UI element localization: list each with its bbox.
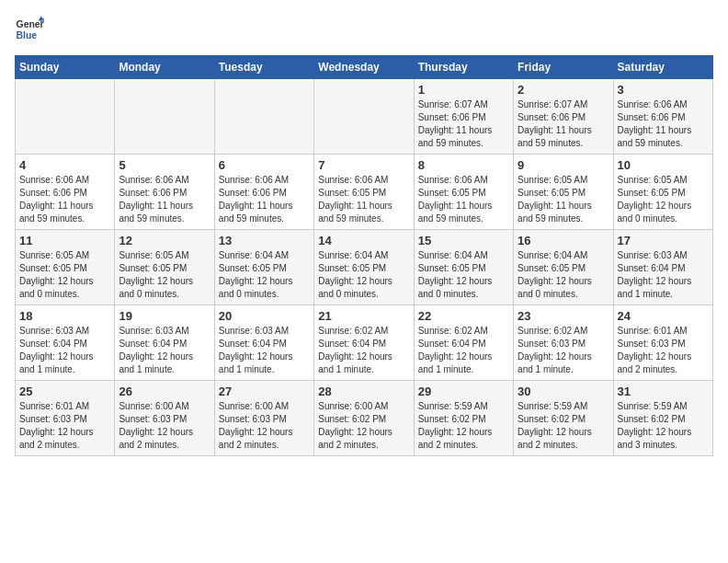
calendar-cell: 27Sunrise: 6:00 AMSunset: 6:03 PMDayligh… — [214, 381, 313, 456]
day-number: 23 — [518, 309, 609, 323]
week-row-4: 18Sunrise: 6:03 AMSunset: 6:04 PMDayligh… — [16, 305, 713, 381]
day-number: 3 — [618, 83, 709, 97]
cell-content: Sunrise: 6:06 AMSunset: 6:05 PMDaylight:… — [418, 174, 509, 225]
day-number: 27 — [219, 385, 310, 398]
calendar-cell: 7Sunrise: 6:06 AMSunset: 6:05 PMDaylight… — [314, 155, 414, 230]
day-number: 20 — [219, 309, 310, 323]
cell-content: Sunrise: 6:07 AMSunset: 6:06 PMDaylight:… — [518, 98, 609, 150]
calendar-cell: 28Sunrise: 6:00 AMSunset: 6:02 PMDayligh… — [314, 381, 414, 456]
day-header-thursday: Thursday — [414, 56, 513, 79]
day-number: 30 — [518, 385, 609, 398]
day-number: 21 — [318, 309, 409, 323]
cell-content: Sunrise: 6:05 AMSunset: 6:05 PMDaylight:… — [618, 174, 709, 225]
calendar-cell: 19Sunrise: 6:03 AMSunset: 6:04 PMDayligh… — [115, 305, 214, 381]
calendar-cell: 5Sunrise: 6:06 AMSunset: 6:06 PMDaylight… — [115, 155, 214, 230]
day-number: 19 — [119, 309, 210, 323]
cell-content: Sunrise: 6:03 AMSunset: 6:04 PMDaylight:… — [119, 325, 210, 376]
cell-content: Sunrise: 6:00 AMSunset: 6:02 PMDaylight:… — [318, 400, 409, 452]
day-number: 8 — [418, 158, 509, 172]
svg-text:Blue: Blue — [17, 30, 38, 40]
cell-content: Sunrise: 6:04 AMSunset: 6:05 PMDaylight:… — [418, 249, 509, 301]
cell-content: Sunrise: 6:02 AMSunset: 6:03 PMDaylight:… — [518, 325, 609, 376]
day-number: 1 — [418, 83, 509, 97]
day-number: 12 — [119, 234, 210, 247]
calendar-cell: 4Sunrise: 6:06 AMSunset: 6:06 PMDaylight… — [16, 155, 115, 230]
calendar-cell: 30Sunrise: 5:59 AMSunset: 6:02 PMDayligh… — [514, 381, 613, 456]
cell-content: Sunrise: 6:02 AMSunset: 6:04 PMDaylight:… — [418, 325, 509, 376]
day-number: 22 — [418, 309, 509, 323]
calendar-cell — [115, 79, 214, 155]
cell-content: Sunrise: 6:05 AMSunset: 6:05 PMDaylight:… — [518, 174, 609, 225]
day-number: 10 — [618, 158, 709, 172]
cell-content: Sunrise: 6:00 AMSunset: 6:03 PMDaylight:… — [119, 400, 210, 452]
logo-icon: General Blue — [15, 15, 44, 44]
cell-content: Sunrise: 6:00 AMSunset: 6:03 PMDaylight:… — [219, 400, 310, 452]
cell-content: Sunrise: 5:59 AMSunset: 6:02 PMDaylight:… — [418, 400, 509, 452]
day-header-monday: Monday — [115, 56, 214, 79]
day-number: 18 — [19, 309, 110, 323]
day-header-saturday: Saturday — [613, 56, 712, 79]
day-number: 25 — [19, 385, 110, 398]
day-number: 9 — [518, 158, 609, 172]
calendar-cell: 16Sunrise: 6:04 AMSunset: 6:05 PMDayligh… — [514, 230, 613, 305]
day-header-wednesday: Wednesday — [314, 56, 414, 79]
day-number: 26 — [119, 385, 210, 398]
cell-content: Sunrise: 6:04 AMSunset: 6:05 PMDaylight:… — [318, 249, 409, 301]
day-number: 4 — [19, 158, 110, 172]
day-header-friday: Friday — [514, 56, 613, 79]
cell-content: Sunrise: 6:04 AMSunset: 6:05 PMDaylight:… — [518, 249, 609, 301]
calendar-cell: 25Sunrise: 6:01 AMSunset: 6:03 PMDayligh… — [16, 381, 115, 456]
cell-content: Sunrise: 6:01 AMSunset: 6:03 PMDaylight:… — [19, 400, 110, 452]
calendar-cell: 22Sunrise: 6:02 AMSunset: 6:04 PMDayligh… — [414, 305, 513, 381]
week-row-3: 11Sunrise: 6:05 AMSunset: 6:05 PMDayligh… — [16, 230, 713, 305]
cell-content: Sunrise: 5:59 AMSunset: 6:02 PMDaylight:… — [618, 400, 709, 452]
cell-content: Sunrise: 6:03 AMSunset: 6:04 PMDaylight:… — [19, 325, 110, 376]
calendar-cell — [16, 79, 115, 155]
calendar-cell — [314, 79, 414, 155]
calendar-cell: 23Sunrise: 6:02 AMSunset: 6:03 PMDayligh… — [514, 305, 613, 381]
calendar-cell: 21Sunrise: 6:02 AMSunset: 6:04 PMDayligh… — [314, 305, 414, 381]
page-header: General Blue — [15, 15, 713, 44]
cell-content: Sunrise: 6:01 AMSunset: 6:03 PMDaylight:… — [618, 325, 709, 376]
calendar-cell — [214, 79, 313, 155]
cell-content: Sunrise: 6:04 AMSunset: 6:05 PMDaylight:… — [219, 249, 310, 301]
calendar-cell: 13Sunrise: 6:04 AMSunset: 6:05 PMDayligh… — [214, 230, 313, 305]
day-number: 17 — [618, 234, 709, 247]
calendar-cell: 15Sunrise: 6:04 AMSunset: 6:05 PMDayligh… — [414, 230, 513, 305]
calendar-cell: 11Sunrise: 6:05 AMSunset: 6:05 PMDayligh… — [16, 230, 115, 305]
cell-content: Sunrise: 6:06 AMSunset: 6:06 PMDaylight:… — [119, 174, 210, 225]
day-number: 5 — [119, 158, 210, 172]
cell-content: Sunrise: 6:06 AMSunset: 6:06 PMDaylight:… — [618, 98, 709, 150]
calendar-cell: 12Sunrise: 6:05 AMSunset: 6:05 PMDayligh… — [115, 230, 214, 305]
calendar-cell: 10Sunrise: 6:05 AMSunset: 6:05 PMDayligh… — [613, 155, 712, 230]
week-row-5: 25Sunrise: 6:01 AMSunset: 6:03 PMDayligh… — [16, 381, 713, 456]
cell-content: Sunrise: 6:06 AMSunset: 6:06 PMDaylight:… — [219, 174, 310, 225]
calendar-cell: 18Sunrise: 6:03 AMSunset: 6:04 PMDayligh… — [16, 305, 115, 381]
calendar-cell: 20Sunrise: 6:03 AMSunset: 6:04 PMDayligh… — [214, 305, 313, 381]
day-number: 28 — [318, 385, 409, 398]
calendar-cell: 26Sunrise: 6:00 AMSunset: 6:03 PMDayligh… — [115, 381, 214, 456]
calendar-table: SundayMondayTuesdayWednesdayThursdayFrid… — [15, 55, 713, 456]
day-number: 29 — [418, 385, 509, 398]
calendar-cell: 1Sunrise: 6:07 AMSunset: 6:06 PMDaylight… — [414, 79, 513, 155]
day-number: 31 — [618, 385, 709, 398]
day-header-sunday: Sunday — [16, 56, 115, 79]
day-number: 16 — [518, 234, 609, 247]
cell-content: Sunrise: 6:03 AMSunset: 6:04 PMDaylight:… — [219, 325, 310, 376]
cell-content: Sunrise: 5:59 AMSunset: 6:02 PMDaylight:… — [518, 400, 609, 452]
cell-content: Sunrise: 6:03 AMSunset: 6:04 PMDaylight:… — [618, 249, 709, 301]
day-number: 14 — [318, 234, 409, 247]
cell-content: Sunrise: 6:05 AMSunset: 6:05 PMDaylight:… — [119, 249, 210, 301]
calendar-cell: 24Sunrise: 6:01 AMSunset: 6:03 PMDayligh… — [613, 305, 712, 381]
calendar-cell: 9Sunrise: 6:05 AMSunset: 6:05 PMDaylight… — [514, 155, 613, 230]
cell-content: Sunrise: 6:05 AMSunset: 6:05 PMDaylight:… — [19, 249, 110, 301]
day-header-tuesday: Tuesday — [214, 56, 313, 79]
calendar-cell: 29Sunrise: 5:59 AMSunset: 6:02 PMDayligh… — [414, 381, 513, 456]
cell-content: Sunrise: 6:02 AMSunset: 6:04 PMDaylight:… — [318, 325, 409, 376]
calendar-cell: 8Sunrise: 6:06 AMSunset: 6:05 PMDaylight… — [414, 155, 513, 230]
calendar-cell: 6Sunrise: 6:06 AMSunset: 6:06 PMDaylight… — [214, 155, 313, 230]
day-number: 6 — [219, 158, 310, 172]
day-number: 15 — [418, 234, 509, 247]
day-number: 13 — [219, 234, 310, 247]
header-row: SundayMondayTuesdayWednesdayThursdayFrid… — [16, 56, 713, 79]
